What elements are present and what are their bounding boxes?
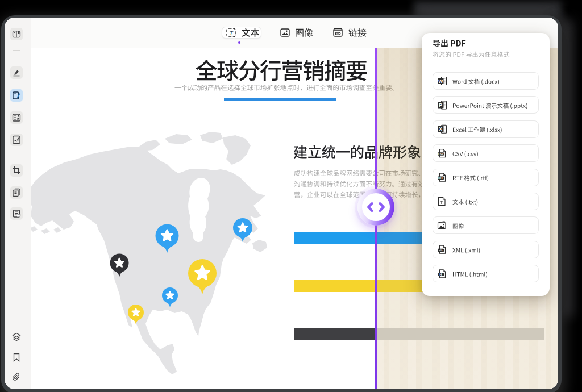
svg-text:H: H [440,273,442,276]
svg-text:</>: </> [439,249,443,252]
svg-text:CSV: CSV [438,153,444,156]
svg-text:W: W [438,78,443,84]
svg-text:RTF: RTF [438,177,443,180]
svg-text:P: P [439,102,442,108]
svg-text:X: X [439,126,442,132]
